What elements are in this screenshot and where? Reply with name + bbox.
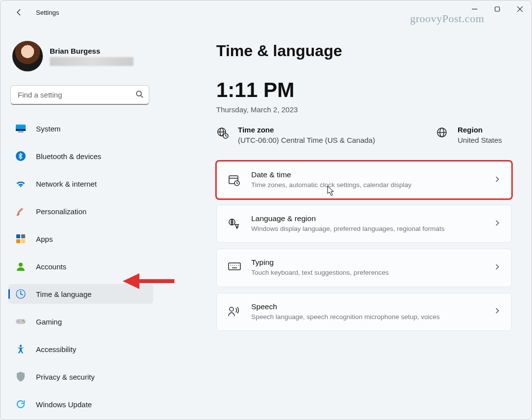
card-desc: Speech language, speech recognition micr…	[251, 313, 483, 322]
sidebar-item-accounts[interactable]: Accounts	[8, 257, 153, 276]
profile-email-redacted	[50, 57, 133, 66]
nav-label: Gaming	[36, 318, 62, 326]
update-icon	[15, 399, 26, 410]
apps-icon	[15, 233, 26, 244]
app-title: Settings	[36, 9, 59, 16]
globe-icon	[436, 127, 449, 139]
search-wrap	[10, 85, 149, 105]
nav-label: Network & internet	[36, 180, 97, 188]
minimize-icon	[472, 6, 477, 12]
svg-point-15	[19, 263, 23, 267]
card-desc: Touch keyboard, text suggestions, prefer…	[251, 268, 483, 277]
card-date-time[interactable]: Date & time Time zones, automatic clock …	[216, 161, 512, 199]
accessibility-icon	[15, 344, 26, 355]
minimize-button[interactable]	[463, 1, 486, 17]
nav-label: Time & language	[36, 290, 92, 298]
nav-label: Privacy & security	[36, 373, 95, 381]
speech-icon	[228, 305, 240, 318]
settings-window: Settings groovyPost.com Brian Burgess	[0, 0, 532, 420]
bluetooth-icon	[15, 151, 26, 162]
sidebar-item-time-language[interactable]: Time & language	[8, 284, 153, 304]
card-desc: Windows display language, preferred lang…	[251, 225, 483, 233]
sidebar-item-privacy[interactable]: Privacy & security	[8, 367, 153, 387]
card-title: Typing	[251, 258, 483, 267]
card-title: Date & time	[251, 170, 483, 179]
nav-label: Accessibility	[36, 345, 76, 354]
card-speech[interactable]: Speech Speech language, speech recogniti…	[216, 293, 512, 331]
paintbrush-icon	[15, 206, 26, 217]
nav-label: Windows Update	[36, 400, 92, 409]
close-button[interactable]	[508, 1, 531, 17]
profile-block[interactable]: Brian Burgess	[8, 31, 153, 85]
calendar-clock-icon	[228, 174, 240, 187]
search-input[interactable]	[10, 85, 149, 105]
svg-rect-11	[16, 234, 20, 238]
shield-icon	[15, 371, 26, 382]
svg-point-18	[18, 321, 19, 322]
titlebar: Settings groovyPost.com	[0, 0, 532, 24]
svg-point-20	[24, 322, 25, 323]
system-icon	[15, 123, 26, 134]
info-row: Time zone (UTC-06:00) Central Time (US &…	[216, 126, 512, 144]
sidebar-item-gaming[interactable]: Gaming	[8, 312, 153, 331]
card-desc: Time zones, automatic clock settings, ca…	[251, 181, 483, 190]
card-title: Language & region	[251, 214, 483, 223]
window-controls	[463, 1, 531, 17]
maximize-icon	[495, 6, 500, 12]
region-label: Region	[458, 126, 502, 134]
timezone-block[interactable]: Time zone (UTC-06:00) Central Time (US &…	[216, 126, 375, 144]
chevron-right-icon	[494, 307, 500, 316]
nav-label: Personalization	[36, 207, 87, 216]
back-button[interactable]	[10, 3, 28, 21]
sidebar-item-personalization[interactable]: Personalization	[8, 201, 153, 221]
svg-point-19	[23, 320, 24, 321]
svg-point-4	[136, 91, 141, 96]
sidebar-item-system[interactable]: System	[8, 119, 153, 138]
gaming-icon	[15, 316, 26, 327]
accounts-icon	[15, 261, 26, 272]
nav-label: Apps	[36, 235, 53, 243]
wifi-icon	[15, 178, 26, 189]
card-language-region[interactable]: Language & region Windows display langua…	[216, 205, 512, 243]
main-content: Time & language 1:11 PM Thursday, March …	[157, 24, 532, 420]
clock-globe-icon	[15, 289, 26, 299]
current-date: Thursday, March 2, 2023	[216, 105, 512, 114]
svg-rect-7	[16, 129, 26, 131]
nav-label: System	[36, 125, 61, 133]
svg-point-40	[230, 307, 233, 311]
timezone-label: Time zone	[238, 126, 375, 134]
nav-label: Accounts	[36, 262, 66, 271]
page-title: Time & language	[216, 42, 512, 60]
sidebar: Brian Burgess System	[0, 24, 157, 420]
svg-rect-13	[16, 239, 20, 243]
region-block[interactable]: Region United States	[436, 126, 502, 144]
svg-point-21	[20, 345, 22, 347]
close-icon	[517, 6, 523, 12]
svg-rect-14	[21, 239, 25, 243]
maximize-button[interactable]	[486, 1, 508, 17]
svg-rect-1	[495, 7, 499, 11]
language-icon	[228, 218, 240, 230]
svg-rect-8	[18, 131, 24, 132]
svg-rect-33	[229, 263, 240, 270]
timezone-icon	[216, 127, 229, 139]
nav-label: Bluetooth & devices	[36, 152, 101, 161]
card-title: Speech	[251, 302, 483, 311]
chevron-right-icon	[494, 220, 500, 228]
chevron-right-icon	[494, 176, 500, 185]
sidebar-item-windows-update[interactable]: Windows Update	[8, 394, 153, 414]
sidebar-item-network[interactable]: Network & internet	[8, 174, 153, 194]
svg-rect-12	[21, 234, 25, 238]
svg-rect-10	[17, 208, 23, 214]
card-typing[interactable]: Typing Touch keyboard, text suggestions,…	[216, 249, 512, 287]
profile-name: Brian Burgess	[50, 47, 133, 55]
sidebar-item-accessibility[interactable]: Accessibility	[8, 339, 153, 359]
region-value: United States	[458, 136, 502, 144]
nav-list: System Bluetooth & devices Network & int…	[8, 114, 153, 420]
avatar	[12, 41, 43, 71]
timezone-value: (UTC-06:00) Central Time (US & Canada)	[238, 136, 375, 144]
sidebar-item-bluetooth[interactable]: Bluetooth & devices	[8, 146, 153, 166]
keyboard-icon	[228, 261, 240, 274]
current-time: 1:11 PM	[216, 80, 512, 100]
sidebar-item-apps[interactable]: Apps	[8, 229, 153, 249]
